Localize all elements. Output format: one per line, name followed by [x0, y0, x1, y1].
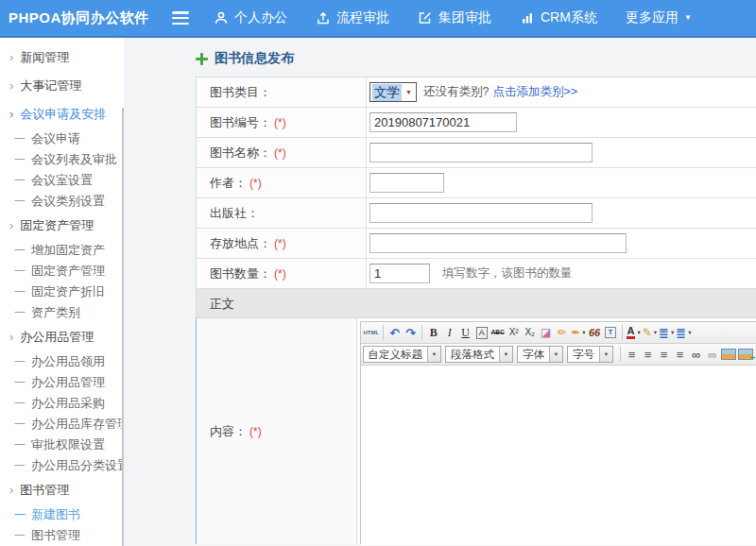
blockquote-icon[interactable]: 66 [587, 324, 603, 342]
sidebar-section-label: 办公用品管理 [20, 330, 94, 344]
sidebar-item-会议类别设置[interactable]: 一会议类别设置 [0, 191, 124, 212]
clean-format-icon[interactable]: ✏ [554, 324, 570, 342]
size-select[interactable]: 字号▾ [567, 346, 613, 363]
user-icon [214, 10, 229, 26]
sidebar-item-办公用品领用[interactable]: 一办公用品领用 [0, 351, 124, 372]
nav-workflow-approval[interactable]: 流程审批 [316, 9, 389, 26]
menu-toggle-icon[interactable] [172, 11, 189, 25]
nav-personal-office[interactable]: 个人办公 [214, 9, 287, 26]
align-center-icon[interactable]: ≡ [640, 346, 656, 364]
add-category-link[interactable]: 点击添加类别>> [492, 84, 577, 100]
dash-bullet-icon: 一 [14, 132, 26, 145]
strikethrough-icon-glyph: ABC [491, 330, 505, 336]
sidebar-section-大事记管理[interactable]: ›大事记管理 [0, 72, 124, 100]
sidebar-item-label: 会议类别设置 [31, 194, 105, 208]
add-plus-icon [196, 53, 208, 65]
sidebar-section-新闻管理[interactable]: ›新闻管理 [0, 43, 124, 72]
italic-icon[interactable]: I [441, 324, 457, 342]
font-color-icon[interactable]: A▾ [626, 324, 642, 342]
paste-text-icon[interactable]: T [603, 324, 619, 342]
chevron-right-icon: › [9, 107, 13, 121]
sidebar-item-固定资产折旧[interactable]: 一固定资产折旧 [0, 282, 124, 302]
format-painter-icon[interactable]: ✒▾ [570, 324, 586, 342]
superscript-icon[interactable]: X² [506, 324, 522, 342]
strikethrough-icon[interactable]: ABC [490, 324, 506, 342]
nav-group-approval[interactable]: 集团审批 [418, 9, 491, 26]
storage-location-input[interactable] [369, 233, 627, 253]
undo-icon[interactable]: ↶ [387, 324, 403, 342]
image-upload-icon-glyph: + [738, 349, 753, 360]
redo-icon[interactable]: ↷ [403, 324, 419, 342]
sidebar-item-label: 固定资产折旧 [31, 284, 105, 299]
form-row-book-category: 图书类目：文学▼还没有类别?点击添加类别>> [197, 77, 756, 108]
group-approval-icon [418, 10, 433, 26]
publisher-input[interactable] [369, 203, 593, 223]
paragraph-select[interactable]: 段落格式▾ [445, 346, 513, 363]
image-upload-icon[interactable]: + [737, 346, 754, 364]
unordered-list-icon[interactable]: ≣▾ [675, 324, 692, 342]
author-input[interactable] [369, 173, 444, 193]
align-left-icon-glyph: ≡ [628, 349, 636, 361]
form-row-book-name: 图书名称：(*) [197, 138, 756, 168]
required-mark: (*) [274, 267, 286, 281]
align-left-icon[interactable]: ≡ [624, 346, 640, 364]
html-source-button-glyph: HTML [364, 330, 380, 335]
font-select[interactable]: 字体▾ [517, 346, 563, 363]
book-name-label-cell: 图书名称：(*) [197, 138, 367, 167]
sidebar-item-增加固定资产[interactable]: 一增加固定资产 [0, 240, 124, 261]
unlink-icon[interactable]: ∞ [704, 346, 720, 364]
html-source-button[interactable]: HTML [363, 324, 381, 342]
sidebar-section-固定资产管理[interactable]: ›固定资产管理 [0, 212, 124, 240]
sidebar-item-办公用品分类设置[interactable]: 一办公用品分类设置 [0, 455, 124, 476]
bold-icon[interactable]: B [425, 324, 441, 342]
unlink-icon-glyph: ∞ [708, 349, 716, 361]
caret-down-icon: ▾ [688, 329, 691, 336]
form-rows: 图书类目：文学▼还没有类别?点击添加类别>>图书编号：(*)图书名称：(*)作者… [197, 77, 756, 289]
content-row: 内容： (*) HTML↶↷BIUAABCX²X₂◪✏✒▾66TA▾✎▾≣▾≣▾… [196, 318, 756, 544]
publisher-value-cell [367, 198, 756, 228]
sidebar-item-审批权限设置[interactable]: 一审批权限设置 [0, 435, 124, 455]
editor-content-area[interactable] [361, 366, 756, 545]
nav-crm-system[interactable]: CRM系统 [520, 9, 597, 26]
ordered-list-icon[interactable]: ≣▾ [658, 324, 675, 342]
underline-icon[interactable]: U [457, 324, 473, 342]
sidebar-item-会议列表及审批[interactable]: 一会议列表及审批 [0, 149, 124, 170]
bold-icon-glyph: B [430, 327, 438, 338]
align-right-icon[interactable]: ≡ [656, 346, 672, 364]
sidebar: ›新闻管理›大事记管理›会议申请及安排一会议申请一会议列表及审批一会议室设置一会… [0, 38, 124, 546]
category-select[interactable]: 文学▼ [369, 82, 417, 102]
heading-select[interactable]: 自定义标题▾ [363, 346, 442, 363]
paragraph-select-value: 段落格式 [446, 347, 499, 362]
chevron-right-icon: › [9, 483, 13, 497]
book-number-input[interactable] [369, 112, 517, 132]
font-style-icon[interactable]: A [473, 324, 490, 342]
sidebar-item-会议室设置[interactable]: 一会议室设置 [0, 170, 124, 191]
sidebar-section-办公用品管理[interactable]: ›办公用品管理 [0, 323, 124, 351]
dash-bullet-icon: 一 [14, 264, 26, 278]
sidebar-section-图书管理[interactable]: ›图书管理 [0, 476, 124, 504]
sidebar-item-会议申请[interactable]: 一会议申请 [0, 128, 124, 149]
book-quantity-input[interactable] [369, 264, 430, 283]
form-row-book-quantity: 图书数量：(*)填写数字，该图书的数量 [197, 259, 756, 289]
sidebar-section-label: 会议申请及安排 [20, 107, 106, 121]
sidebar-item-固定资产管理[interactable]: 一固定资产管理 [0, 261, 124, 282]
sidebar-item-办公用品采购[interactable]: 一办公用品采购 [0, 393, 124, 414]
required-mark: (*) [249, 177, 262, 190]
sidebar-item-办公用品管理[interactable]: 一办公用品管理 [0, 372, 124, 393]
dash-bullet-icon: 一 [14, 438, 26, 452]
sidebar-item-新建图书[interactable]: 一新建图书 [0, 504, 124, 525]
image-icon[interactable] [720, 346, 737, 364]
highlight-icon[interactable]: ✎▾ [642, 324, 658, 342]
sidebar-item-办公用品库存管理[interactable]: 一办公用品库存管理 [0, 414, 124, 435]
field-hint: 填写数字，该图书的数量 [442, 265, 573, 282]
sidebar-item-图书管理[interactable]: 一图书管理 [0, 525, 124, 546]
link-icon[interactable]: ∞ [688, 346, 704, 364]
sidebar-item-资产类别[interactable]: 一资产类别 [0, 302, 124, 323]
rich-text-editor: HTML↶↷BIUAABCX²X₂◪✏✒▾66TA▾✎▾≣▾≣▾ 自定义标题▾段… [360, 321, 756, 544]
nav-more-apps[interactable]: 更多应用 ▼ [626, 9, 692, 26]
sidebar-section-会议申请及安排[interactable]: ›会议申请及安排 [0, 100, 124, 128]
align-justify-icon[interactable]: ≡ [672, 346, 688, 364]
book-name-input[interactable] [369, 143, 593, 162]
subscript-icon[interactable]: X₂ [522, 324, 538, 342]
eraser-icon[interactable]: ◪ [538, 324, 554, 342]
